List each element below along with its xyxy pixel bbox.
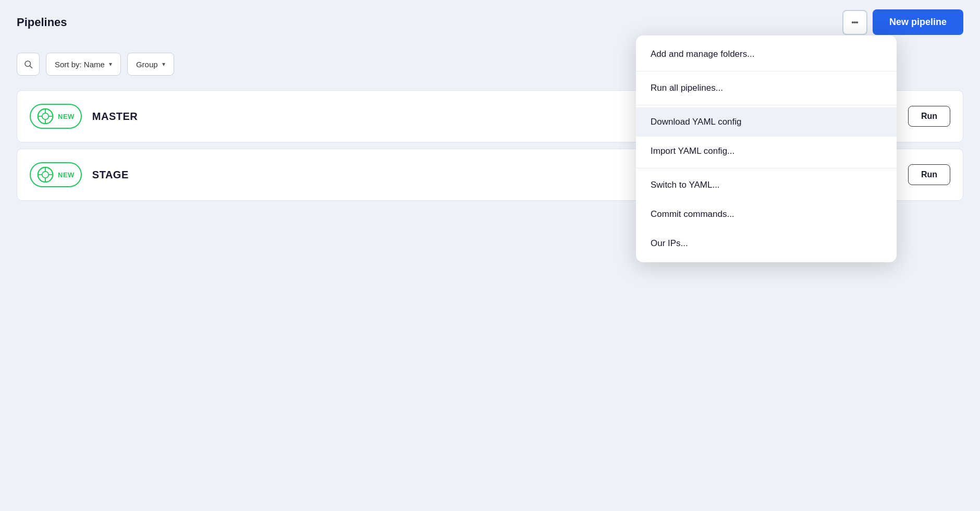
pipeline-left-master: NEW MASTER [30,104,138,129]
pipeline-name-master: MASTER [92,111,138,123]
dropdown-item-download-yaml[interactable]: Download YAML config [636,107,897,137]
pipeline-icon-stage [37,166,54,183]
pipeline-badge-master: NEW [30,104,82,129]
dropdown-item-our-ips[interactable]: Our IPs... [636,229,897,258]
sort-button[interactable]: Sort by: Name ▾ [46,53,121,76]
svg-line-1 [30,66,32,68]
page-title: Pipelines [17,16,67,29]
dropdown-item-import-yaml[interactable]: Import YAML config... [636,137,897,166]
dropdown-item-label-download-yaml: Download YAML config [651,117,742,127]
run-button-stage[interactable]: Run [908,164,950,185]
dropdown-item-label-add-folders: Add and manage folders... [651,49,754,59]
sort-label: Sort by: Name [55,60,105,69]
dropdown-item-switch-yaml[interactable]: Switch to YAML... [636,171,897,200]
sort-chevron-icon: ▾ [109,60,112,68]
dropdown-item-commit-commands[interactable]: Commit commands... [636,200,897,229]
dropdown-divider-1 [636,71,897,71]
dropdown-item-label-our-ips: Our IPs... [651,238,688,249]
search-button[interactable] [17,53,40,76]
dropdown-item-add-folders[interactable]: Add and manage folders... [636,40,897,69]
dropdown-item-label-commit-commands: Commit commands... [651,209,734,220]
dropdown-divider-3 [636,168,897,168]
dot [856,21,858,23]
new-pipeline-button[interactable]: New pipeline [873,9,963,35]
dropdown-item-run-all[interactable]: Run all pipelines... [636,74,897,103]
group-chevron-icon: ▾ [162,60,165,68]
dropdown-menu: Add and manage folders... Run all pipeli… [636,35,897,262]
svg-point-9 [42,172,48,178]
pipeline-left-stage: NEW STAGE [30,162,129,187]
dropdown-item-label-switch-yaml: Switch to YAML... [651,180,720,190]
pipeline-badge-label-master: NEW [58,113,75,120]
search-icon [23,59,33,69]
run-button-master[interactable]: Run [908,106,950,127]
dropdown-item-label-run-all: Run all pipelines... [651,83,723,93]
group-label: Group [136,60,158,69]
pipeline-badge-label-stage: NEW [58,171,75,179]
dropdown-item-label-import-yaml: Import YAML config... [651,146,734,156]
dropdown-divider-2 [636,105,897,105]
svg-point-3 [42,113,48,119]
pipeline-name-stage: STAGE [92,169,129,181]
pipeline-icon-master [37,108,54,125]
header-actions: New pipeline [842,9,963,35]
group-button[interactable]: Group ▾ [127,53,174,76]
pipeline-badge-stage: NEW [30,162,82,187]
page-container: Pipelines New pipeline Sort by: Name ▾ G… [0,0,980,511]
more-options-button[interactable] [842,10,867,35]
